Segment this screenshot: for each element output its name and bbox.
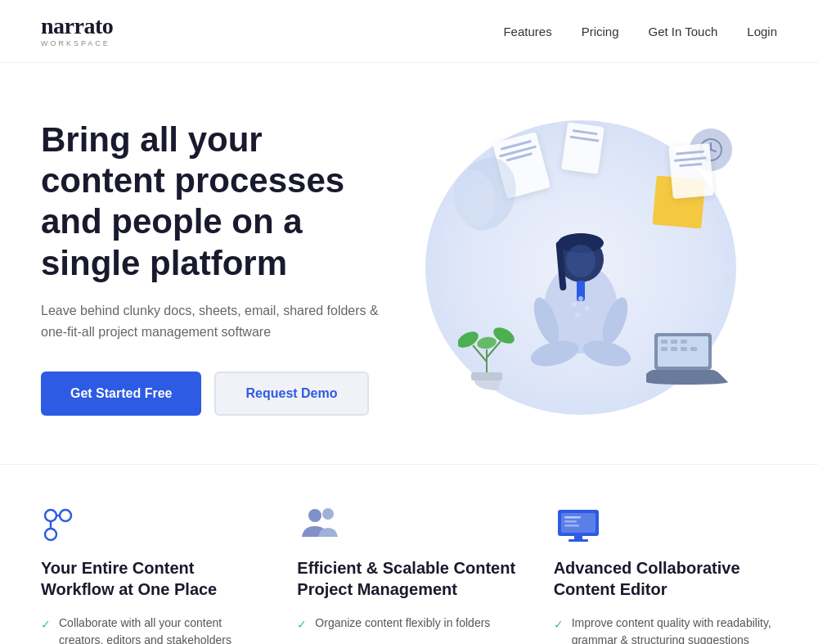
svg-line-2 xyxy=(711,150,716,151)
svg-point-13 xyxy=(572,302,577,307)
hero-left: Bring all your content processes and peo… xyxy=(41,119,384,417)
logo: narrato WORKSPACE xyxy=(41,15,113,47)
svg-rect-26 xyxy=(661,340,667,344)
svg-point-35 xyxy=(45,510,56,521)
svg-point-40 xyxy=(308,509,321,522)
svg-rect-28 xyxy=(681,340,687,344)
svg-rect-46 xyxy=(564,516,581,519)
editor-icon xyxy=(554,506,777,543)
feature-management: Efficient & Scalable Content Project Man… xyxy=(297,506,520,644)
list-item: ✓ Collaborate with all your content crea… xyxy=(41,615,264,644)
get-started-button[interactable]: Get Started Free xyxy=(41,372,201,416)
paper-3 xyxy=(668,143,713,199)
svg-point-36 xyxy=(60,510,71,521)
management-icon xyxy=(297,506,520,543)
feature-management-title: Efficient & Scalable Content Project Man… xyxy=(297,557,520,600)
svg-point-14 xyxy=(578,296,583,301)
svg-rect-27 xyxy=(671,340,677,344)
nav: Features Pricing Get In Touch Login xyxy=(503,25,777,38)
svg-rect-30 xyxy=(671,347,677,351)
svg-rect-17 xyxy=(471,372,502,381)
svg-point-37 xyxy=(45,529,56,540)
feature-item-text: Organize content flexibly in folders xyxy=(315,615,490,632)
request-demo-button[interactable]: Request Demo xyxy=(214,372,368,416)
plant-illustration xyxy=(458,317,515,390)
laptop-illustration xyxy=(646,329,728,386)
svg-point-21 xyxy=(458,328,481,351)
check-icon: ✓ xyxy=(297,616,307,633)
header: narrato WORKSPACE Features Pricing Get I… xyxy=(0,0,818,63)
feature-item-text: Collaborate with all your content creato… xyxy=(59,615,264,644)
feature-workflow: Your Entire Content Workflow at One Plac… xyxy=(41,506,264,644)
hero-title: Bring all your content processes and peo… xyxy=(41,119,384,285)
check-icon: ✓ xyxy=(554,616,564,633)
svg-rect-29 xyxy=(661,347,667,351)
list-item: ✓ Organize content flexibly in folders xyxy=(297,615,520,633)
feature-workflow-list: ✓ Collaborate with all your content crea… xyxy=(41,615,264,644)
hero-subtitle: Leave behind clunky docs, sheets, email,… xyxy=(41,300,384,342)
person-illustration xyxy=(499,202,663,399)
hero-buttons: Get Started Free Request Demo xyxy=(41,372,384,416)
svg-point-15 xyxy=(585,306,590,311)
svg-rect-45 xyxy=(569,539,588,542)
workflow-icon xyxy=(41,506,264,543)
leaf-decoration xyxy=(454,153,519,235)
hero-section: Bring all your content processes and peo… xyxy=(0,63,818,464)
nav-login[interactable]: Login xyxy=(747,25,777,38)
logo-sub: WORKSPACE xyxy=(41,39,110,47)
feature-editor: Advanced Collaborative Content Editor ✓ … xyxy=(554,506,777,644)
logo-text: narrato xyxy=(41,15,113,38)
feature-item-text: Improve content quality with readability… xyxy=(572,615,777,644)
feature-management-list: ✓ Organize content flexibly in folders ✓… xyxy=(297,615,520,644)
feature-editor-title: Advanced Collaborative Content Editor xyxy=(554,557,777,600)
nav-get-in-touch[interactable]: Get In Touch xyxy=(649,25,718,38)
features-section: Your Entire Content Workflow at One Plac… xyxy=(0,464,818,644)
paper-2 xyxy=(561,122,605,174)
feature-editor-list: ✓ Improve content quality with readabili… xyxy=(554,615,777,644)
nav-features[interactable]: Features xyxy=(503,25,551,38)
svg-point-41 xyxy=(322,508,334,520)
svg-rect-32 xyxy=(690,347,697,351)
svg-point-16 xyxy=(575,313,580,317)
list-item: ✓ Improve content quality with readabili… xyxy=(554,615,777,644)
svg-rect-31 xyxy=(681,347,687,351)
svg-rect-47 xyxy=(564,520,577,523)
nav-pricing[interactable]: Pricing xyxy=(582,25,619,38)
check-icon: ✓ xyxy=(41,616,51,633)
svg-rect-48 xyxy=(564,525,579,527)
hero-illustration xyxy=(384,112,777,423)
svg-point-7 xyxy=(566,245,596,277)
svg-rect-43 xyxy=(561,513,596,533)
feature-workflow-title: Your Entire Content Workflow at One Plac… xyxy=(41,557,264,600)
